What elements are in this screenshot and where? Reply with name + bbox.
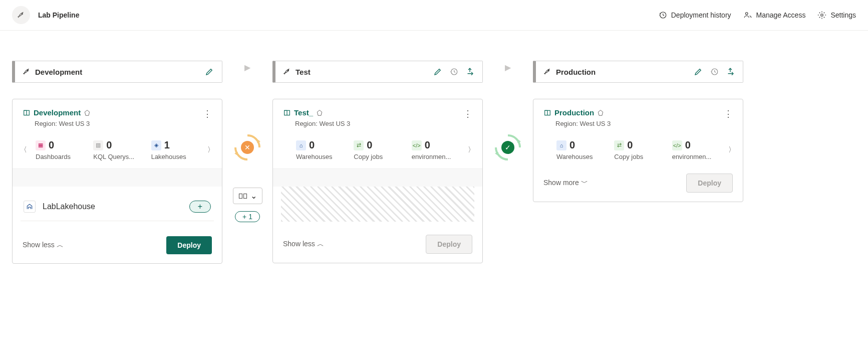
manage-access-label: Manage Access: [756, 11, 806, 19]
premium-icon: [597, 109, 604, 116]
settings-button[interactable]: Settings: [817, 11, 856, 20]
stage-name-label: Development: [35, 68, 82, 76]
metric-label: Lakehouses: [151, 153, 201, 160]
item-strip: [273, 168, 482, 187]
metric-count: 0: [627, 139, 633, 151]
app-header: Lab Pipeline Deployment history Manage A…: [0, 0, 868, 31]
metric-count: 0: [49, 139, 54, 151]
metric-label: Dashboards: [36, 153, 86, 160]
history-icon[interactable]: [448, 66, 459, 77]
empty-drop-zone: [281, 187, 474, 222]
environment-icon: </>: [412, 140, 422, 150]
metric-label: Warehouses: [556, 153, 607, 160]
metric-label: KQL Querys...: [93, 153, 143, 160]
diff-count-pill[interactable]: +1: [235, 211, 260, 222]
workspace-name[interactable]: Development: [34, 108, 81, 117]
sync-status-ok[interactable]: ✓: [493, 132, 523, 162]
metric-count: 0: [367, 139, 372, 151]
chevron-down-icon: ⌄: [250, 191, 257, 201]
stage-test: Test Test_ Region: West US 3 ⋮: [272, 61, 483, 263]
stage-name-label: Production: [556, 68, 596, 76]
stage-header-development[interactable]: Development: [12, 61, 222, 83]
workspace-name[interactable]: Test_: [294, 108, 313, 117]
metrics-next-button[interactable]: 〉: [725, 145, 739, 154]
more-icon[interactable]: ⋮: [724, 108, 733, 119]
metric-count: 0: [309, 139, 315, 151]
workspace-name[interactable]: Production: [554, 108, 594, 117]
metric-label: Copy jobs: [614, 153, 664, 160]
region-label: Region: West US 3: [35, 120, 91, 127]
svg-point-2: [745, 13, 748, 15]
region-label: Region: West US 3: [555, 120, 611, 127]
history-icon: [658, 11, 667, 20]
premium-icon: [84, 109, 91, 116]
stage-header-production[interactable]: Production: [533, 61, 743, 83]
more-icon[interactable]: ⋮: [463, 108, 472, 119]
kql-icon: ▥: [93, 140, 103, 150]
deployment-history-button[interactable]: Deployment history: [658, 11, 731, 20]
page-title: Lab Pipeline: [38, 11, 79, 19]
deployment-history-label: Deployment history: [671, 11, 731, 19]
manage-access-button[interactable]: Manage Access: [743, 11, 806, 20]
copyjob-icon: ⇄: [354, 140, 364, 150]
rules-icon[interactable]: [725, 66, 736, 77]
show-less-toggle[interactable]: Show less ︿: [23, 241, 64, 250]
rocket-icon: [12, 6, 30, 24]
settings-label: Settings: [830, 11, 856, 19]
compare-icon: [238, 193, 247, 200]
metric-count: 0: [425, 139, 430, 151]
rocket-icon: [22, 67, 31, 76]
edit-icon[interactable]: [432, 66, 443, 77]
pipeline-stages: Development Development Region: West US …: [0, 31, 868, 294]
workspace-card-production: Production Region: West US 3 ⋮ 〈 ⌂0 Ware…: [533, 99, 743, 202]
warehouse-icon: ⌂: [556, 140, 566, 150]
play-icon: ▶: [244, 63, 250, 72]
premium-icon: [316, 109, 323, 116]
metric-label: Copy jobs: [354, 153, 404, 160]
add-item-button[interactable]: +: [189, 201, 211, 213]
metric-label: environmen...: [672, 153, 722, 160]
history-icon[interactable]: [709, 66, 720, 77]
stage-header-test[interactable]: Test: [272, 61, 483, 83]
dashboard-icon: ▦: [36, 140, 46, 150]
copyjob-icon: ⇄: [614, 140, 624, 150]
edit-icon[interactable]: [693, 66, 704, 77]
play-icon: ▶: [505, 63, 511, 72]
svg-rect-6: [239, 194, 242, 198]
compare-button[interactable]: ⌄: [233, 188, 262, 204]
more-icon[interactable]: ⋮: [203, 108, 212, 119]
sync-status-error[interactable]: ✕: [232, 132, 262, 162]
metrics-next-button[interactable]: 〉: [204, 145, 218, 154]
item-strip: [13, 168, 222, 187]
warehouse-icon: ⌂: [296, 140, 306, 150]
show-less-toggle[interactable]: Show less ︿: [283, 240, 324, 249]
metric-count: 0: [685, 139, 691, 151]
item-name: LabLakehouse: [43, 202, 95, 211]
deploy-button: Deploy: [686, 174, 733, 193]
environment-icon: </>: [672, 140, 682, 150]
stage-production: Production Production Region: West US 3 …: [533, 61, 743, 202]
edit-icon[interactable]: [204, 66, 215, 77]
deploy-button: Deploy: [426, 235, 472, 254]
metrics-next-button[interactable]: 〉: [464, 145, 478, 154]
deploy-button[interactable]: Deploy: [166, 236, 212, 254]
svg-rect-7: [243, 194, 246, 198]
connector-test-prod: ▶ ✓: [483, 61, 533, 162]
rocket-icon: [543, 67, 552, 76]
lakehouse-icon: [24, 201, 36, 213]
connector-dev-test: ▶ ✕ ⌄ +1: [222, 61, 272, 222]
list-item[interactable]: LabLakehouse +: [21, 193, 214, 221]
show-more-toggle[interactable]: Show more ﹀: [543, 179, 588, 188]
metric-label: Warehouses: [296, 153, 346, 160]
workspace-card-test: Test_ Region: West US 3 ⋮ 〈 ⌂0 Warehouse…: [272, 99, 483, 263]
workspace-icon: [23, 109, 31, 117]
metrics-prev-button[interactable]: 〈: [17, 145, 31, 154]
workspace-icon: [543, 109, 551, 117]
region-label: Region: West US 3: [295, 120, 350, 127]
stage-development: Development Development Region: West US …: [12, 61, 222, 264]
stage-name-label: Test: [296, 68, 311, 76]
svg-point-3: [821, 14, 823, 17]
lakehouse-icon: ◈: [151, 140, 161, 150]
rocket-icon: [282, 67, 292, 76]
rules-icon[interactable]: [464, 66, 475, 77]
